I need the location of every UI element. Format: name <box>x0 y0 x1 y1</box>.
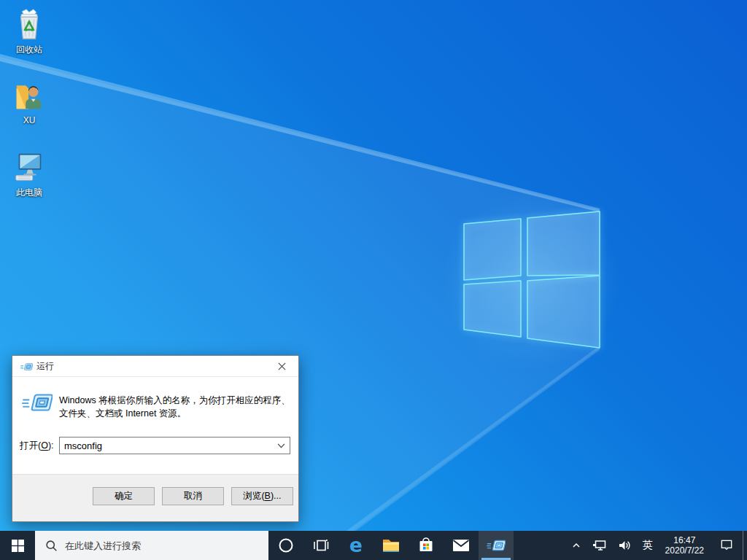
file-explorer-icon <box>382 537 400 554</box>
combobox-dropdown-button[interactable] <box>272 438 290 454</box>
desktop-icon-label: XU <box>23 115 36 125</box>
this-pc-icon <box>12 150 46 184</box>
search-input[interactable] <box>65 531 268 560</box>
windows-start-icon <box>12 540 24 552</box>
open-combobox[interactable] <box>59 437 290 454</box>
description-line: Windows 将根据你所输入的名称，为你打开相应的程序、 <box>59 394 294 408</box>
action-center-button[interactable] <box>711 531 743 560</box>
open-label-text: ): <box>48 440 54 451</box>
svg-text:e: e <box>349 535 363 556</box>
description-line: 文件夹、文档或 Internet 资源。 <box>59 408 294 421</box>
show-desktop-button[interactable] <box>743 531 747 560</box>
system-tray: 英 16:47 2020/7/22 <box>565 531 747 560</box>
clock[interactable]: 16:47 2020/7/22 <box>659 531 711 560</box>
action-center-icon <box>719 538 734 553</box>
taskbar-search[interactable] <box>35 531 268 560</box>
windows-desktop: 回收站 XU <box>0 0 747 560</box>
cancel-button[interactable]: 取消 <box>162 487 224 505</box>
taskbar: e <box>0 531 747 560</box>
desktop-icon-recycle-bin[interactable]: 回收站 <box>1 3 57 74</box>
mail-icon <box>452 539 470 552</box>
chevron-down-icon <box>277 443 285 448</box>
start-button[interactable] <box>0 531 35 560</box>
volume-icon <box>617 539 632 552</box>
run-dialog-title: 运行 <box>36 356 54 377</box>
desktop-icon-label: 此电脑 <box>16 187 42 199</box>
chevron-up-icon <box>570 540 582 551</box>
close-icon <box>278 362 286 370</box>
taskbar-run-button[interactable] <box>479 531 514 560</box>
run-icon <box>20 362 33 371</box>
browse-label-mnemonic: B <box>265 491 271 501</box>
task-view-icon <box>312 537 330 554</box>
open-label-mnemonic: O <box>41 440 48 451</box>
browse-label-text: 浏览( <box>243 491 264 501</box>
show-hidden-icons-button[interactable] <box>565 531 587 560</box>
taskbar-file-explorer-button[interactable] <box>374 531 409 560</box>
browse-button[interactable]: 浏览(B)... <box>231 487 293 505</box>
recycle-bin-icon <box>12 7 46 41</box>
run-icon <box>487 539 506 552</box>
windows-logo-icon <box>458 206 604 351</box>
volume-button[interactable] <box>612 531 637 560</box>
ime-indicator[interactable]: 英 <box>637 531 659 560</box>
taskbar-store-button[interactable] <box>409 531 444 560</box>
run-icon-large <box>22 392 53 413</box>
close-button[interactable] <box>266 356 298 376</box>
user-folder-icon <box>12 79 46 112</box>
browse-label-text: )... <box>271 491 282 501</box>
desktop-icon-list: 回收站 XU <box>1 3 57 217</box>
taskbar-task-view-button[interactable] <box>303 531 338 560</box>
ok-button[interactable]: 确定 <box>93 487 155 505</box>
clock-date: 2020/7/22 <box>665 545 704 556</box>
network-button[interactable] <box>587 531 612 560</box>
open-label-text: 打开( <box>20 440 41 451</box>
open-label: 打开(O): <box>20 437 54 454</box>
taskbar-edge-button[interactable]: e <box>338 531 374 560</box>
run-dialog-window: 运行 Windows 将根据你所输入的名称，为你打开相应的程序、 文件夹、文档或… <box>12 355 299 522</box>
taskbar-mail-button[interactable] <box>444 531 479 560</box>
run-dialog-footer: 确定 取消 浏览(B)... <box>12 474 298 521</box>
edge-icon: e <box>346 535 366 556</box>
open-input[interactable] <box>60 438 290 454</box>
clock-time: 16:47 <box>673 535 695 545</box>
search-icon <box>45 540 58 552</box>
ime-label: 英 <box>643 539 653 552</box>
taskbar-app-buttons: e <box>268 531 514 560</box>
open-row: 打开(O): <box>12 437 298 454</box>
run-dialog-titlebar[interactable]: 运行 <box>12 356 298 377</box>
run-dialog-description: Windows 将根据你所输入的名称，为你打开相应的程序、 文件夹、文档或 In… <box>59 394 294 420</box>
store-icon <box>417 537 435 554</box>
taskbar-cortana-button[interactable] <box>268 531 303 560</box>
network-icon <box>592 539 607 552</box>
run-dialog-body: Windows 将根据你所输入的名称，为你打开相应的程序、 文件夹、文档或 In… <box>12 377 298 475</box>
desktop-icon-label: 回收站 <box>16 44 42 56</box>
desktop-icon-this-pc[interactable]: 此电脑 <box>1 146 57 217</box>
cortana-icon <box>278 537 294 553</box>
desktop-icon-user-folder[interactable]: XU <box>1 74 57 146</box>
